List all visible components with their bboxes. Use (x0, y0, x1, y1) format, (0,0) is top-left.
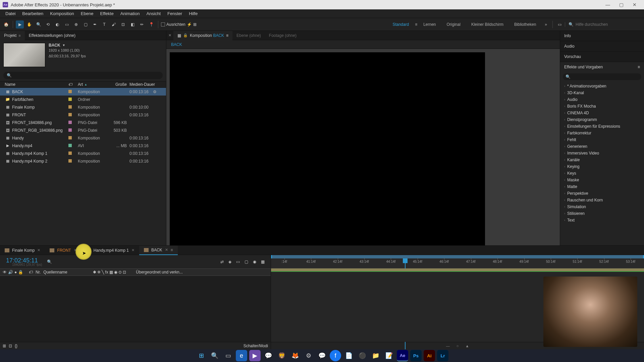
effects-category[interactable]: ›Generieren (560, 143, 644, 150)
pen-tool-icon[interactable]: ✒ (91, 20, 99, 28)
item-color-swatch[interactable] (68, 89, 78, 94)
comp-tab-close-all[interactable]: ✕ (166, 31, 173, 40)
tab-menu-icon[interactable]: ≡ (18, 34, 20, 38)
timeline-layer-area[interactable] (0, 276, 271, 342)
taskbar-app-icon[interactable]: ⚙ (303, 350, 314, 361)
motion-blur-icon[interactable]: ◉ (253, 259, 256, 264)
timeline-tab[interactable]: Finale Komp ✕ (0, 246, 45, 255)
effects-category[interactable]: ›CINEMA 4D (560, 110, 644, 116)
col-art[interactable]: Art▲ (78, 82, 107, 87)
taskbar-photoshop-icon[interactable]: Ps (410, 350, 422, 361)
panel-toggle-icon[interactable]: ▭ (555, 20, 564, 28)
zoom-slider[interactable]: ○ (457, 344, 459, 348)
dropdown-icon[interactable]: ▼ (62, 44, 65, 47)
effects-category[interactable]: ›Matte (560, 183, 644, 190)
switch-icon[interactable]: ╲ (102, 270, 104, 275)
project-item[interactable]: ▦ Finale Komp Komposition 0:00:10:00 (0, 103, 166, 111)
project-item[interactable]: ▶ Handy.mp4 AVI ... MB 0:00:13:16 (0, 142, 166, 149)
close-icon[interactable]: ✕ (37, 248, 40, 252)
effects-category[interactable]: ›Dienstprogramm (560, 116, 644, 123)
taskbar-brave-icon[interactable]: 🦁 (276, 350, 287, 361)
taskbar-facebook-icon[interactable]: f (330, 350, 341, 361)
comp-mini-flowchart-icon[interactable]: ⇄ (220, 259, 224, 264)
effects-category[interactable]: ›Maske (560, 177, 644, 183)
project-item[interactable]: ▦ Handy.mp4 Komp 2 Komposition 0:00:13:1… (0, 157, 166, 165)
tab-footage[interactable]: Footage (ohne) (265, 31, 301, 40)
solo-column-icon[interactable]: ● (14, 270, 17, 275)
pan-behind-tool-icon[interactable]: ⊕ (72, 20, 80, 28)
help-search-input[interactable] (576, 22, 642, 27)
col-parent[interactable]: Übergeordnet und verkn... (136, 270, 182, 275)
item-color-swatch[interactable] (68, 120, 78, 125)
item-color-swatch[interactable] (68, 105, 78, 110)
taskbar-lightroom-icon[interactable]: Lr (437, 350, 448, 361)
lock-icon[interactable]: 🔒 (183, 33, 188, 38)
graph-editor-icon[interactable]: ▦ (261, 259, 265, 264)
menu-ansicht[interactable]: Ansicht (143, 9, 164, 18)
taskbar-taskview-icon[interactable]: ▭ (222, 350, 234, 361)
taskbar-firefox-icon[interactable]: 🦊 (289, 350, 301, 361)
taskbar-explorer-icon[interactable]: 📁 (370, 350, 381, 361)
effects-category[interactable]: ›Keys (560, 170, 644, 177)
item-color-swatch[interactable] (68, 128, 78, 133)
effects-category[interactable]: ›Perspektive (560, 190, 644, 197)
tab-komposition[interactable]: ▦ 🔒 Komposition BACK ≡ (173, 31, 232, 40)
taskbar-obs-icon[interactable]: ⚫ (357, 350, 368, 361)
timeline-search-icon[interactable]: 🔍 (47, 259, 52, 264)
item-color-swatch[interactable] (68, 97, 78, 102)
project-item[interactable]: ▦ Handy.mp4 Komp 1 Komposition 0:00:13:1… (0, 149, 166, 157)
zoom-out-icon[interactable]: — (446, 344, 450, 348)
tab-menu-icon[interactable]: ≡ (226, 33, 228, 38)
item-color-swatch[interactable] (68, 136, 78, 140)
snap-options-icon[interactable]: ⚡ (187, 22, 192, 27)
tab-effekteinstellungen[interactable]: Effekteinstellungen (ohne) (25, 31, 79, 40)
project-item[interactable]: ▦ FRONT Komposition 0:00:13:16 (0, 111, 166, 119)
effects-category[interactable]: ›Einstellungen für Expressions (560, 123, 644, 130)
taskbar-search-icon[interactable]: 🔍 (209, 350, 220, 361)
effects-category[interactable]: ›Keying (560, 163, 644, 170)
timeline-tab[interactable]: BACK ✕ ≡ (139, 246, 178, 255)
project-search[interactable]: 🔍 (3, 72, 163, 79)
menu-effekte[interactable]: Effekte (97, 9, 117, 18)
taskbar-edge-icon[interactable]: e (236, 350, 247, 361)
effects-category[interactable]: ›Stilisieren (560, 210, 644, 217)
taskbar-whatsapp-icon[interactable]: 💬 (263, 350, 274, 361)
brush-tool-icon[interactable]: 🖌 (110, 20, 118, 28)
menu-ebene[interactable]: Ebene (77, 9, 97, 18)
text-tool-icon[interactable]: T (100, 20, 108, 28)
toggle-switches-icon[interactable]: ⊞ (3, 344, 6, 348)
switch-icon[interactable]: ▦ (109, 270, 113, 275)
tab-menu-icon[interactable]: ≡ (171, 248, 173, 252)
menu-fenster[interactable]: Fenster (164, 9, 185, 18)
maximize-button[interactable]: ▢ (614, 0, 628, 9)
home-icon[interactable]: 🏠 (2, 20, 10, 28)
col-name[interactable]: Name (5, 82, 68, 87)
orbit-tool-icon[interactable]: ⟲ (44, 20, 52, 28)
toggle-modes-icon[interactable]: ⊡ (9, 344, 12, 348)
menu-animation[interactable]: Animation (117, 9, 143, 18)
frame-blend-icon[interactable]: ▢ (245, 259, 248, 264)
taskbar-illustrator-icon[interactable]: Ai (424, 350, 435, 361)
workspace-more-icon[interactable]: » (542, 22, 550, 27)
toggle-inout-icon[interactable]: {} (15, 344, 17, 348)
panel-effekte-vorgaben[interactable]: Effekte und Vorgaben ≡ (560, 62, 644, 72)
eye-column-icon[interactable]: 👁 (3, 270, 7, 275)
project-item[interactable]: 🖼 FRONT_RGB_1840886.png PNG-Datei 503 KB (0, 126, 166, 134)
effects-category[interactable]: ›Kanäle (560, 157, 644, 163)
minimize-button[interactable]: — (601, 0, 614, 9)
project-item[interactable]: 📁 Farbflächen Ordner (0, 96, 166, 103)
close-icon[interactable]: ✕ (165, 248, 168, 252)
effects-category[interactable]: ›Fehlt (560, 136, 644, 143)
switch-icon[interactable]: ⊡ (123, 270, 126, 275)
panel-menu-icon[interactable]: ≡ (638, 65, 640, 69)
panel-info[interactable]: Info (560, 31, 644, 41)
col-quellenname[interactable]: Quellenname (43, 270, 90, 275)
col-nr[interactable]: Nr. (36, 270, 41, 275)
workspace-bibliotheken[interactable]: Bibliotheken (509, 22, 541, 27)
rotate-tool-icon[interactable]: ◐ (53, 20, 61, 28)
selection-tool-icon[interactable]: ▶ (16, 20, 24, 28)
workspace-menu-icon[interactable]: ≡ (415, 22, 417, 27)
taskbar-pdf-icon[interactable]: 📄 (343, 350, 355, 361)
item-color-swatch[interactable] (68, 151, 78, 156)
roto-tool-icon[interactable]: ✏ (138, 20, 146, 28)
